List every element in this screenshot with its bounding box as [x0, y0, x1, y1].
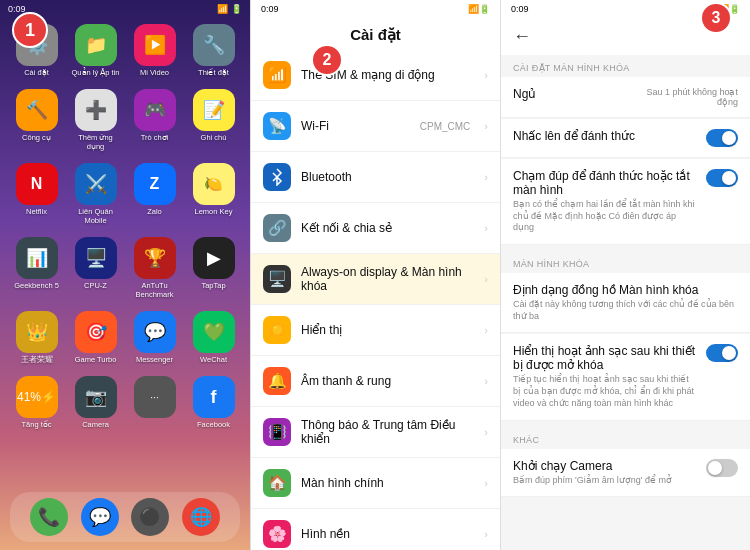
settings-list: 2 📶 Thẻ SIM & mạng di động › 📡 Wi-Fi CPM… [251, 50, 500, 550]
home-app-gameturbo[interactable]: 🎯 Game Turbo [69, 311, 122, 364]
settings-status-bar: 0:09 📶🔋 [251, 0, 500, 18]
settings-item-connection[interactable]: 🔗 Kết nối & chia sẻ › [251, 203, 500, 254]
home-grid-row5: 👑 王者荣耀 🎯 Game Turbo 💬 Messenger 💚 WeChat [0, 305, 250, 370]
dock-chrome[interactable]: 🌐 [182, 498, 220, 536]
settings-item-homescreen[interactable]: 🏠 Màn hình chính › [251, 458, 500, 509]
settings-item-wifi[interactable]: 📡 Wi-Fi CPM_CMC › [251, 101, 500, 152]
home-app-ghichu[interactable]: 📝 Ghi chú [187, 89, 240, 151]
settings-item-always-on[interactable]: 🖥️ Always-on display & Màn hình khóa › [251, 254, 500, 305]
home-app-lienquan[interactable]: ⚔️ Liên Quân Mobile [69, 163, 122, 225]
wifi-icon: 📡 [263, 112, 291, 140]
dock-messages[interactable]: 💬 [81, 498, 119, 536]
home-app-netflix[interactable]: N Netflix [10, 163, 63, 225]
settings-item-notifications[interactable]: 📳 Thông báo & Trung tâm Điều khiển › [251, 407, 500, 458]
bluetooth-icon [263, 163, 291, 191]
settings-panel: 0:09 📶🔋 Cài đặt 2 📶 Thẻ SIM & mạng di độ… [250, 0, 500, 550]
home-app-thietdat[interactable]: 🔧 Thiết đặt [187, 24, 240, 77]
home-app-camera[interactable]: 📷 Camera [69, 376, 122, 429]
badge-1: 1 [12, 12, 48, 48]
sound-icon: 🔔 [263, 367, 291, 395]
home-grid-row3: N Netflix ⚔️ Liên Quân Mobile Z Zalo 🍋 L… [0, 157, 250, 231]
settings-status-icons: 📶🔋 [468, 4, 490, 14]
home-screen: 1 0:09 📶 🔋 ⚙️ Cài đặt 📁 Quản lý Ập tin ▶… [0, 0, 250, 550]
lockscreen-panel: 0:09 📶🔋 3 ← CÀI ĐẶT MÀN HÌNH KHÓA Ngủ Sa… [500, 0, 750, 550]
home-app-lemonkey[interactable]: 🍋 Lemon Key [187, 163, 240, 225]
homescreen-icon: 🏠 [263, 469, 291, 497]
doubletap-toggle[interactable] [706, 169, 738, 187]
section1-label: CÀI ĐẶT MÀN HÌNH KHÓA [501, 55, 750, 77]
charging-anim-toggle[interactable] [706, 344, 738, 362]
display-icon: ☀️ [263, 316, 291, 344]
settings-item-sim[interactable]: 📶 Thẻ SIM & mạng di động › [251, 50, 500, 101]
home-app-facebook[interactable]: f Facebook [187, 376, 240, 429]
ls-time: 0:09 [511, 4, 529, 14]
ls-item-doubletap[interactable]: Chạm đúp để đánh thức hoặc tắt màn hình … [501, 159, 750, 245]
ls-item-charging-anim[interactable]: Hiển thị hoạt ảnh sạc sau khi thiết bị đ… [501, 334, 750, 420]
ls-item-sleep[interactable]: Ngủ Sau 1 phút không hoạt động [501, 77, 750, 118]
home-grid-row2: 🔨 Công cụ ➕ Thêm ứng dụng 🎮 Trò chơi 📝 G… [0, 83, 250, 157]
settings-item-display[interactable]: ☀️ Hiển thị › [251, 305, 500, 356]
ls-item-camera-launch[interactable]: Khởi chạy Camera Bấm đúp phím 'Giảm âm l… [501, 449, 750, 498]
dock-home[interactable]: ⚫ [131, 498, 169, 536]
home-status-icons: 📶 🔋 [217, 4, 242, 14]
badge-3: 3 [700, 2, 732, 34]
ls-item-raise[interactable]: Nhấc lên để đánh thức [501, 119, 750, 158]
home-grid-row6: 41%⚡ Tăng tốc 📷 Camera ··· f Facebook [0, 370, 250, 435]
home-app-taptap[interactable]: ▶ TapTap [187, 237, 240, 299]
home-app-trocgoi[interactable]: 🎮 Trò chơi [128, 89, 181, 151]
home-app-mivideo[interactable]: ▶️ Mi Video [128, 24, 181, 77]
home-app-wechat[interactable]: 💚 WeChat [187, 311, 240, 364]
home-dock: 📞 💬 ⚫ 🌐 [10, 492, 240, 542]
settings-item-sound[interactable]: 🔔 Âm thanh & rung › [251, 356, 500, 407]
home-app-geekbench[interactable]: 📊 Geekbench 5 [10, 237, 63, 299]
wallpaper-icon: 🌸 [263, 520, 291, 548]
dock-phone[interactable]: 📞 [30, 498, 68, 536]
home-grid-row4: 📊 Geekbench 5 🖥️ CPU-Z 🏆 AnTuTu Benchmar… [0, 231, 250, 305]
home-app-zalo[interactable]: Z Zalo [128, 163, 181, 225]
home-app-messenger[interactable]: 💬 Messenger [128, 311, 181, 364]
sim-icon: 📶 [263, 61, 291, 89]
home-app-themungdung[interactable]: ➕ Thêm ứng dụng [69, 89, 122, 151]
home-app-more[interactable]: ··· [128, 376, 181, 429]
settings-item-bluetooth[interactable]: Bluetooth › [251, 152, 500, 203]
notif-icon: 📳 [263, 418, 291, 446]
connection-icon: 🔗 [263, 214, 291, 242]
home-app-antutu[interactable]: 🏆 AnTuTu Benchmark [128, 237, 181, 299]
raise-toggle[interactable] [706, 129, 738, 147]
settings-item-wallpaper[interactable]: 🌸 Hình nền › [251, 509, 500, 550]
home-app-quanly[interactable]: 📁 Quản lý Ập tin [69, 24, 122, 77]
section2-label: MÀN HÌNH KHÓA [501, 251, 750, 273]
settings-time: 0:09 [261, 4, 279, 14]
home-app-tangtoc[interactable]: 41%⚡ Tăng tốc [10, 376, 63, 429]
badge-2: 2 [311, 44, 343, 76]
home-app-congcu[interactable]: 🔨 Công cụ [10, 89, 63, 151]
section3-label: KHÁC [501, 427, 750, 449]
ls-item-clockformat[interactable]: Định dạng đồng hồ Màn hình khóa Cài đặt … [501, 273, 750, 333]
home-app-wangzhe[interactable]: 👑 王者荣耀 [10, 311, 63, 364]
always-on-icon: 🖥️ [263, 265, 291, 293]
camera-launch-toggle[interactable] [706, 459, 738, 477]
home-app-cpuz[interactable]: 🖥️ CPU-Z [69, 237, 122, 299]
settings-title: Cài đặt [251, 18, 500, 50]
